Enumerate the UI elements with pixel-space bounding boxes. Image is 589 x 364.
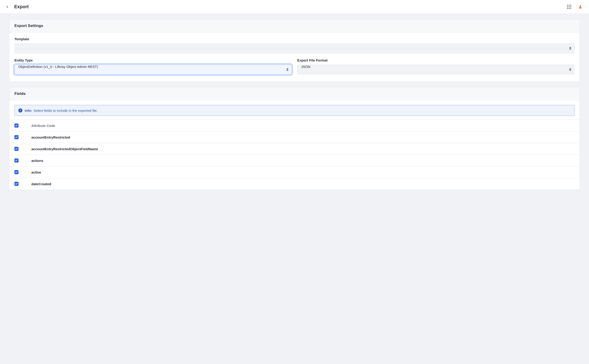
template-select[interactable]: [14, 43, 575, 53]
svg-rect-7: [569, 8, 569, 9]
svg-rect-3: [567, 6, 568, 7]
info-message: Select fields to include in the exported…: [34, 109, 98, 112]
export-settings-title: Export Settings: [9, 20, 580, 32]
info-icon: i: [18, 108, 22, 112]
field-checkbox[interactable]: [14, 170, 19, 174]
field-name: actions: [31, 159, 43, 162]
template-select-wrap: [14, 43, 575, 53]
svg-rect-1: [569, 5, 569, 6]
template-label: Template: [14, 37, 575, 41]
select-all-checkbox[interactable]: [14, 124, 19, 128]
svg-rect-8: [570, 8, 571, 9]
fields-info-alert: i Info: Select fields to include in the …: [14, 105, 575, 116]
field-name: accountEntryRestrictedObjectFieldName: [31, 147, 98, 151]
svg-rect-2: [570, 5, 571, 6]
fields-panel: Fields i Info: Select fields to include …: [9, 87, 580, 190]
svg-rect-4: [569, 6, 569, 7]
field-row: active: [9, 166, 580, 178]
user-avatar-button[interactable]: [576, 3, 584, 11]
entity-type-label: Entity Type: [14, 58, 292, 62]
page-header: Export: [0, 0, 589, 14]
field-checkbox[interactable]: [14, 135, 19, 139]
field-checkbox[interactable]: [14, 147, 19, 151]
field-row: actions: [9, 155, 580, 166]
field-checkbox[interactable]: [14, 158, 19, 162]
field-row: accountEntryRestrictedObjectFieldName: [9, 143, 580, 155]
svg-rect-6: [567, 8, 568, 9]
apps-grid-button[interactable]: [565, 3, 573, 11]
attribute-code-column-header: Attribute Code: [31, 124, 55, 128]
fields-header-row: Attribute Code: [9, 120, 580, 131]
fields-panel-title: Fields: [9, 87, 580, 100]
field-checkbox[interactable]: [14, 182, 19, 186]
field-name: accountEntryRestricted: [31, 135, 70, 139]
svg-rect-0: [567, 5, 568, 6]
back-button[interactable]: [5, 4, 10, 10]
export-format-label: Export File Format: [297, 58, 575, 62]
page-title: Export: [14, 4, 29, 9]
export-format-select-wrap: JSON: [297, 65, 575, 75]
field-name: active: [31, 170, 41, 174]
field-name: dateCreated: [31, 182, 51, 186]
entity-type-select[interactable]: ObjectDefinition (v1_0 - Liferay Object …: [14, 65, 292, 75]
field-row: dateCreated: [9, 178, 580, 189]
svg-rect-5: [570, 6, 571, 7]
export-settings-panel: Export Settings Template Entity Type Obj…: [9, 19, 580, 82]
entity-type-select-wrap: ObjectDefinition (v1_0 - Liferay Object …: [14, 65, 292, 75]
export-format-select[interactable]: JSON: [297, 65, 575, 75]
info-label: Info:: [25, 109, 32, 112]
field-row: accountEntryRestricted: [9, 131, 580, 143]
